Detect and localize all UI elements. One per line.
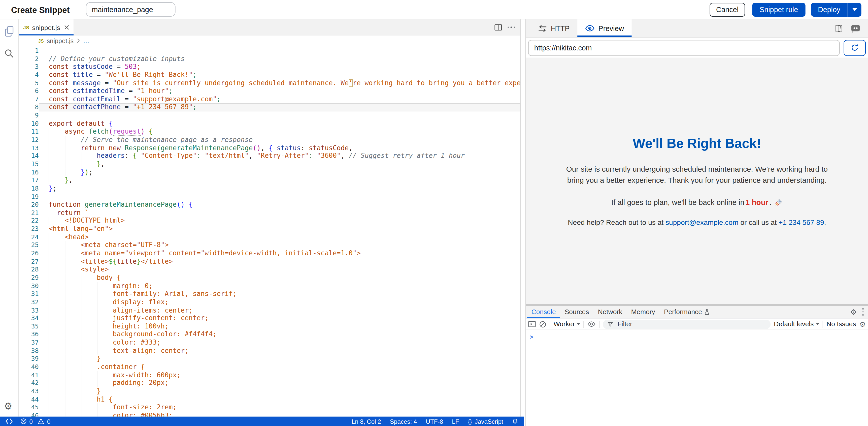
snippet-rule-button[interactable]: Snippet rule: [752, 2, 805, 17]
indentation[interactable]: Spaces: 4: [390, 418, 417, 425]
code-line-34[interactable]: 34 justify-content: center;: [19, 314, 520, 322]
code-line-36[interactable]: 36 background-color: #f4f4f4;: [19, 331, 520, 339]
code-line-21[interactable]: 21 return `: [19, 209, 520, 217]
code-line-13[interactable]: 13 return new Response(generateMaintenan…: [19, 144, 520, 152]
code-line-24[interactable]: 24 <head>: [19, 233, 520, 241]
code-line-40[interactable]: 40 .container {: [19, 363, 520, 371]
devtools-tab-console[interactable]: Console: [527, 306, 560, 318]
files-icon[interactable]: [4, 25, 15, 37]
code-line-39[interactable]: 39 }: [19, 355, 520, 363]
cursor-position[interactable]: Ln 8, Col 2: [352, 418, 381, 425]
devtools-tab-network[interactable]: Network: [593, 306, 627, 318]
live-expression-eye-icon[interactable]: [588, 321, 596, 327]
remote-indicator-icon[interactable]: [5, 418, 13, 424]
code-line-4[interactable]: 4const title = "We'll Be Right Back!";: [19, 71, 520, 79]
breadcrumb-file[interactable]: snippet.js: [46, 37, 73, 44]
code-line-2[interactable]: 2// Define your customizable inputs: [19, 55, 520, 63]
filter-input[interactable]: [616, 320, 766, 329]
code-line-30[interactable]: 30 margin: 0;: [19, 282, 520, 290]
close-tab-icon[interactable]: [64, 25, 69, 30]
code-line-5[interactable]: 5const message = "Our site is currently …: [19, 79, 520, 87]
code-line-19[interactable]: 19: [19, 193, 520, 201]
discord-icon[interactable]: [851, 24, 860, 32]
eol-sequence[interactable]: LF: [452, 418, 459, 425]
url-input[interactable]: [528, 39, 840, 56]
language-mode[interactable]: {} JavaScript: [468, 418, 503, 425]
code-line-33[interactable]: 33 align-items: center;: [19, 306, 520, 314]
problems-indicator[interactable]: 0 0: [21, 418, 51, 425]
tab-http[interactable]: HTTP: [530, 20, 577, 37]
console-prompt[interactable]: >: [530, 334, 533, 341]
tab-snippet-js[interactable]: JS snippet.js: [19, 20, 74, 35]
code-line-32[interactable]: 32 display: flex;: [19, 298, 520, 306]
support-email-link[interactable]: support@example.com: [665, 218, 739, 226]
code-line-11[interactable]: 11 async fetch(request) {: [19, 127, 520, 136]
code-line-27[interactable]: 27 <title>${title}</title>: [19, 257, 520, 265]
clear-console-icon[interactable]: [539, 320, 547, 328]
code-line-42[interactable]: 42 padding: 20px;: [19, 379, 520, 387]
code-line-7[interactable]: 7const contactEmail = "support@example.c…: [19, 95, 520, 103]
code-line-14[interactable]: 14 headers: { "Content-Type": "text/html…: [19, 152, 520, 160]
code-line-1[interactable]: 1: [19, 47, 520, 55]
code-line-17[interactable]: 17 },: [19, 176, 520, 184]
code-line-45[interactable]: 45 font-size: 2rem;: [19, 403, 520, 411]
code-line-8[interactable]: 8const contactPhone = "+1 234 567 89";: [19, 103, 520, 111]
code-line-23[interactable]: 23<html lang="en">: [19, 225, 520, 233]
code-line-43[interactable]: 43 }: [19, 387, 520, 395]
code-line-18[interactable]: 18};: [19, 184, 520, 193]
code-line-37[interactable]: 37 color: #333;: [19, 339, 520, 347]
line-content: align-items: center;: [39, 306, 520, 314]
devtools-tab-performance[interactable]: Performance: [659, 306, 714, 318]
code-line-29[interactable]: 29 body {: [19, 274, 520, 282]
code-line-16[interactable]: 16 });: [19, 168, 520, 176]
code-line-28[interactable]: 28 <style>: [19, 265, 520, 274]
code-line-12[interactable]: 12 // Serve the maintenance page as a re…: [19, 136, 520, 144]
encoding[interactable]: UTF-8: [426, 418, 443, 425]
console-settings-icon[interactable]: ⚙: [860, 320, 866, 328]
devtools-tab-memory[interactable]: Memory: [627, 306, 659, 318]
code-line-26[interactable]: 26 <meta name="viewport" content="width=…: [19, 249, 520, 257]
code-line-20[interactable]: 20function generateMaintenancePage() {: [19, 201, 520, 209]
code-line-38[interactable]: 38 text-align: center;: [19, 347, 520, 355]
code-line-10[interactable]: 10export default {: [19, 119, 520, 127]
code-line-3[interactable]: 3const statusCode = 503;: [19, 63, 520, 71]
code-line-25[interactable]: 25 <meta charset="UTF-8">: [19, 241, 520, 249]
breadcrumb-more[interactable]: …: [83, 37, 89, 44]
execution-context-selector[interactable]: Worker: [554, 320, 580, 328]
docs-book-icon[interactable]: [834, 24, 843, 32]
console-filter[interactable]: [603, 319, 771, 329]
console-sidebar-toggle-icon[interactable]: [528, 321, 536, 327]
devtools-menu-icon[interactable]: [862, 308, 864, 316]
settings-gear-icon[interactable]: ⚙: [4, 402, 12, 411]
code-line-41[interactable]: 41 max-width: 600px;: [19, 371, 520, 379]
code-line-22[interactable]: 22 <!DOCTYPE html>: [19, 217, 520, 225]
code-line-46[interactable]: 46 color: #0056b3;: [19, 411, 520, 417]
breadcrumb[interactable]: JS snippet.js …: [19, 35, 520, 47]
line-number: 45: [19, 403, 39, 411]
issues-counter[interactable]: No Issues: [827, 320, 856, 328]
code-line-9[interactable]: 9: [19, 111, 520, 119]
more-actions-icon[interactable]: [507, 26, 515, 28]
deploy-button[interactable]: Deploy: [811, 5, 847, 13]
devtools-settings-icon[interactable]: ⚙: [850, 308, 857, 316]
code-line-15[interactable]: 15 },: [19, 160, 520, 168]
console-output[interactable]: >: [526, 330, 868, 426]
notifications-bell-icon[interactable]: [512, 418, 518, 425]
phone-link[interactable]: +1 234 567 89: [779, 218, 824, 226]
snippet-name-input[interactable]: [86, 2, 175, 17]
search-icon[interactable]: [4, 48, 14, 59]
cancel-button[interactable]: Cancel: [710, 2, 745, 17]
devtools-tab-sources[interactable]: Sources: [560, 306, 593, 318]
code-editor[interactable]: 12// Define your customizable inputs3con…: [19, 47, 520, 417]
deploy-split-button[interactable]: Deploy: [811, 2, 862, 17]
log-level-selector[interactable]: Default levels: [774, 320, 819, 328]
tab-preview[interactable]: Preview: [577, 20, 632, 37]
line-content: font-family: Arial, sans-serif;: [39, 290, 520, 298]
refresh-button[interactable]: [843, 39, 866, 56]
deploy-dropdown-button[interactable]: [848, 8, 862, 11]
code-line-44[interactable]: 44 h1 {: [19, 395, 520, 403]
code-line-35[interactable]: 35 height: 100vh;: [19, 322, 520, 331]
code-line-6[interactable]: 6const estimatedTime = "1 hour";: [19, 87, 520, 95]
split-editor-icon[interactable]: [494, 24, 502, 31]
code-line-31[interactable]: 31 font-family: Arial, sans-serif;: [19, 290, 520, 298]
